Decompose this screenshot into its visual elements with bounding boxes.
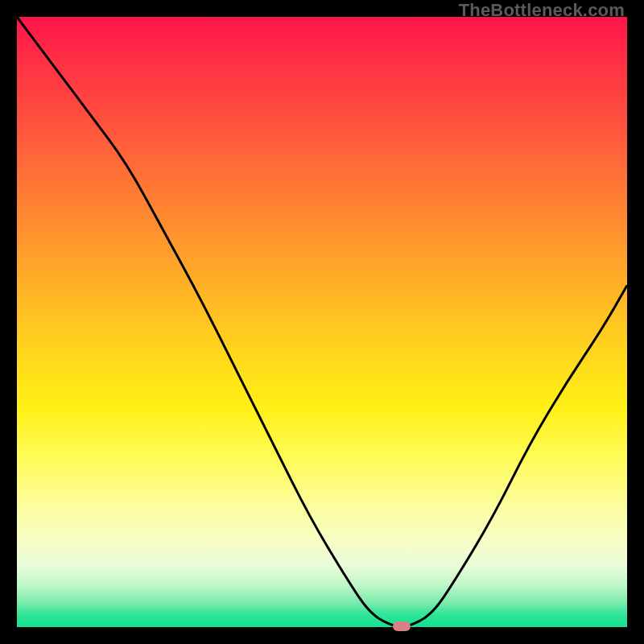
curve-path [17,17,627,627]
plot-area [17,17,627,627]
chart-frame: TheBottleneck.com [0,0,644,644]
min-marker [393,621,411,631]
watermark-label: TheBottleneck.com [459,0,625,21]
bottleneck-curve [17,17,627,627]
